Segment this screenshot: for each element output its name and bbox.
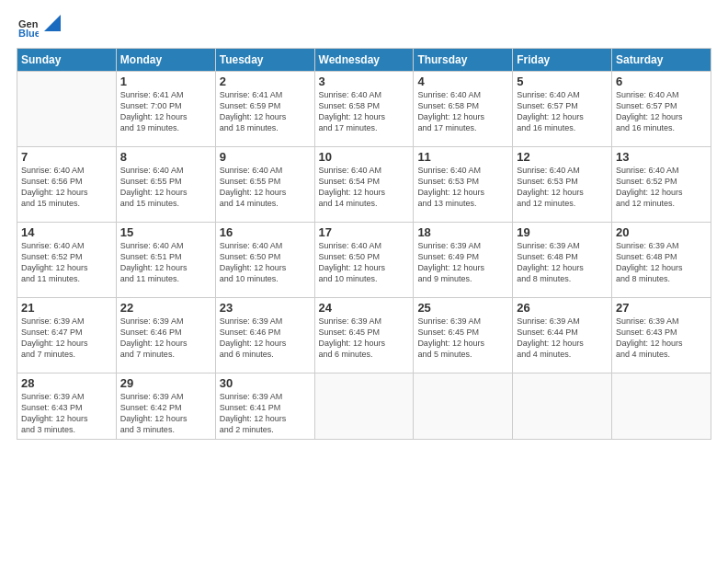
day-info: Sunrise: 6:40 AM Sunset: 6:55 PM Dayligh… — [120, 165, 211, 210]
weekday-header-row: SundayMondayTuesdayWednesdayThursdayFrid… — [17, 49, 711, 72]
day-info: Sunrise: 6:40 AM Sunset: 6:50 PM Dayligh… — [319, 240, 410, 285]
day-number: 18 — [417, 225, 508, 239]
calendar-cell: 18Sunrise: 6:39 AM Sunset: 6:49 PM Dayli… — [414, 223, 513, 298]
day-number: 12 — [517, 150, 608, 164]
calendar-cell — [513, 373, 612, 440]
day-info: Sunrise: 6:39 AM Sunset: 6:46 PM Dayligh… — [120, 316, 211, 361]
day-info: Sunrise: 6:39 AM Sunset: 6:43 PM Dayligh… — [21, 391, 112, 436]
day-number: 15 — [120, 225, 211, 239]
logo: General Blue — [17, 17, 61, 40]
day-number: 26 — [517, 301, 608, 315]
day-number: 14 — [21, 225, 112, 239]
weekday-header-saturday: Saturday — [612, 49, 711, 72]
day-number: 5 — [517, 75, 608, 88]
calendar-cell: 24Sunrise: 6:39 AM Sunset: 6:45 PM Dayli… — [314, 298, 414, 373]
day-number: 23 — [220, 301, 311, 315]
svg-marker-3 — [44, 15, 61, 31]
calendar-cell: 6Sunrise: 6:40 AM Sunset: 6:57 PM Daylig… — [612, 72, 711, 147]
day-number: 2 — [220, 75, 311, 88]
day-info: Sunrise: 6:39 AM Sunset: 6:44 PM Dayligh… — [517, 316, 608, 361]
calendar-cell: 1Sunrise: 6:41 AM Sunset: 7:00 PM Daylig… — [116, 72, 215, 147]
calendar-cell: 5Sunrise: 6:40 AM Sunset: 6:57 PM Daylig… — [513, 72, 612, 147]
calendar-cell: 22Sunrise: 6:39 AM Sunset: 6:46 PM Dayli… — [116, 298, 215, 373]
calendar-cell: 21Sunrise: 6:39 AM Sunset: 6:47 PM Dayli… — [17, 298, 117, 373]
day-number: 19 — [517, 225, 608, 239]
weekday-header-thursday: Thursday — [414, 49, 513, 72]
day-info: Sunrise: 6:39 AM Sunset: 6:48 PM Dayligh… — [616, 240, 707, 285]
calendar-cell — [612, 373, 711, 440]
day-info: Sunrise: 6:40 AM Sunset: 6:58 PM Dayligh… — [417, 89, 508, 134]
weekday-header-sunday: Sunday — [17, 49, 117, 72]
header: General Blue — [17, 17, 711, 40]
day-info: Sunrise: 6:40 AM Sunset: 6:50 PM Dayligh… — [220, 240, 311, 285]
calendar-cell: 12Sunrise: 6:40 AM Sunset: 6:53 PM Dayli… — [513, 147, 612, 223]
day-number: 7 — [21, 150, 112, 164]
day-number: 6 — [616, 75, 707, 88]
calendar-cell: 25Sunrise: 6:39 AM Sunset: 6:45 PM Dayli… — [414, 298, 513, 373]
calendar-week-1: 1Sunrise: 6:41 AM Sunset: 7:00 PM Daylig… — [17, 72, 711, 147]
day-number: 10 — [319, 150, 410, 164]
day-info: Sunrise: 6:40 AM Sunset: 6:52 PM Dayligh… — [616, 165, 707, 210]
day-info: Sunrise: 6:39 AM Sunset: 6:45 PM Dayligh… — [319, 316, 410, 361]
day-number: 8 — [120, 150, 211, 164]
calendar-cell: 7Sunrise: 6:40 AM Sunset: 6:56 PM Daylig… — [17, 147, 117, 223]
calendar-cell: 27Sunrise: 6:39 AM Sunset: 6:43 PM Dayli… — [612, 298, 711, 373]
calendar-cell: 4Sunrise: 6:40 AM Sunset: 6:58 PM Daylig… — [414, 72, 513, 147]
day-number: 13 — [616, 150, 707, 164]
calendar-cell: 10Sunrise: 6:40 AM Sunset: 6:54 PM Dayli… — [314, 147, 414, 223]
calendar-cell: 26Sunrise: 6:39 AM Sunset: 6:44 PM Dayli… — [513, 298, 612, 373]
calendar-table: SundayMondayTuesdayWednesdayThursdayFrid… — [17, 48, 711, 440]
day-info: Sunrise: 6:39 AM Sunset: 6:48 PM Dayligh… — [517, 240, 608, 285]
day-info: Sunrise: 6:40 AM Sunset: 6:54 PM Dayligh… — [319, 165, 410, 210]
day-number: 25 — [417, 301, 508, 315]
calendar-cell: 13Sunrise: 6:40 AM Sunset: 6:52 PM Dayli… — [612, 147, 711, 223]
calendar-cell: 9Sunrise: 6:40 AM Sunset: 6:55 PM Daylig… — [215, 147, 314, 223]
day-info: Sunrise: 6:40 AM Sunset: 6:51 PM Dayligh… — [120, 240, 211, 285]
logo-triangle-icon — [44, 15, 61, 31]
logo-icon: General Blue — [18, 17, 39, 37]
calendar-cell: 20Sunrise: 6:39 AM Sunset: 6:48 PM Dayli… — [612, 223, 711, 298]
day-info: Sunrise: 6:41 AM Sunset: 6:59 PM Dayligh… — [220, 89, 311, 134]
day-number: 4 — [417, 75, 508, 88]
calendar-cell: 16Sunrise: 6:40 AM Sunset: 6:50 PM Dayli… — [215, 223, 314, 298]
calendar-cell — [17, 72, 117, 147]
page: General Blue SundayMondayTuesdayWe — [0, 0, 728, 563]
day-info: Sunrise: 6:40 AM Sunset: 6:53 PM Dayligh… — [517, 165, 608, 210]
day-number: 9 — [220, 150, 311, 164]
calendar-week-3: 14Sunrise: 6:40 AM Sunset: 6:52 PM Dayli… — [17, 223, 711, 298]
day-number: 16 — [220, 225, 311, 239]
calendar-week-5: 28Sunrise: 6:39 AM Sunset: 6:43 PM Dayli… — [17, 373, 711, 440]
day-info: Sunrise: 6:40 AM Sunset: 6:55 PM Dayligh… — [220, 165, 311, 210]
day-number: 27 — [616, 301, 707, 315]
day-info: Sunrise: 6:40 AM Sunset: 6:57 PM Dayligh… — [517, 89, 608, 134]
svg-text:Blue: Blue — [18, 28, 39, 37]
calendar-cell: 2Sunrise: 6:41 AM Sunset: 6:59 PM Daylig… — [215, 72, 314, 147]
day-info: Sunrise: 6:40 AM Sunset: 6:56 PM Dayligh… — [21, 165, 112, 210]
day-number: 11 — [417, 150, 508, 164]
calendar-cell: 23Sunrise: 6:39 AM Sunset: 6:46 PM Dayli… — [215, 298, 314, 373]
day-info: Sunrise: 6:39 AM Sunset: 6:43 PM Dayligh… — [616, 316, 707, 361]
day-info: Sunrise: 6:41 AM Sunset: 7:00 PM Dayligh… — [120, 89, 211, 134]
day-info: Sunrise: 6:40 AM Sunset: 6:53 PM Dayligh… — [417, 165, 508, 210]
weekday-header-wednesday: Wednesday — [314, 49, 414, 72]
calendar-cell: 29Sunrise: 6:39 AM Sunset: 6:42 PM Dayli… — [116, 373, 215, 440]
weekday-header-tuesday: Tuesday — [215, 49, 314, 72]
day-number: 22 — [120, 301, 211, 315]
day-number: 20 — [616, 225, 707, 239]
day-number: 30 — [220, 376, 311, 390]
calendar-cell: 17Sunrise: 6:40 AM Sunset: 6:50 PM Dayli… — [314, 223, 414, 298]
day-number: 1 — [120, 75, 211, 88]
day-info: Sunrise: 6:39 AM Sunset: 6:49 PM Dayligh… — [417, 240, 508, 285]
calendar-week-4: 21Sunrise: 6:39 AM Sunset: 6:47 PM Dayli… — [17, 298, 711, 373]
day-info: Sunrise: 6:40 AM Sunset: 6:58 PM Dayligh… — [319, 89, 410, 134]
day-info: Sunrise: 6:39 AM Sunset: 6:46 PM Dayligh… — [220, 316, 311, 361]
calendar-cell: 28Sunrise: 6:39 AM Sunset: 6:43 PM Dayli… — [17, 373, 117, 440]
day-info: Sunrise: 6:39 AM Sunset: 6:41 PM Dayligh… — [220, 391, 311, 436]
day-number: 17 — [319, 225, 410, 239]
weekday-header-friday: Friday — [513, 49, 612, 72]
day-info: Sunrise: 6:39 AM Sunset: 6:42 PM Dayligh… — [120, 391, 211, 436]
calendar-cell: 30Sunrise: 6:39 AM Sunset: 6:41 PM Dayli… — [215, 373, 314, 440]
weekday-header-monday: Monday — [116, 49, 215, 72]
calendar-cell: 19Sunrise: 6:39 AM Sunset: 6:48 PM Dayli… — [513, 223, 612, 298]
calendar-cell: 14Sunrise: 6:40 AM Sunset: 6:52 PM Dayli… — [17, 223, 117, 298]
